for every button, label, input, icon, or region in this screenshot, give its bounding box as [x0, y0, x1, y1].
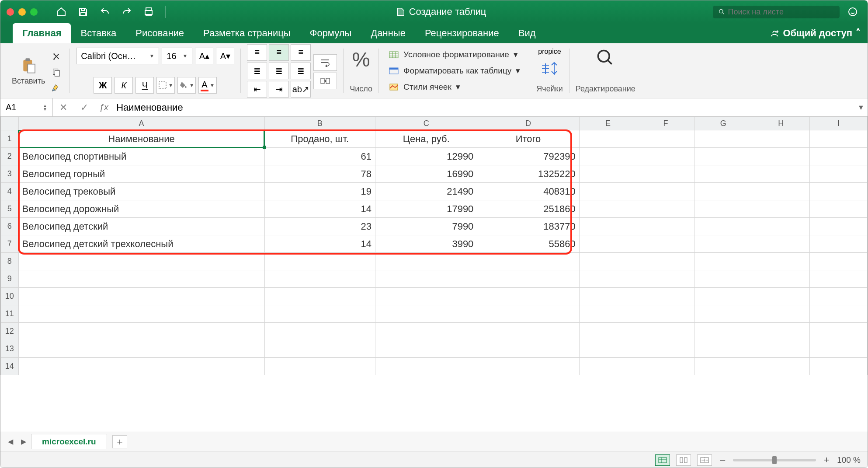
cell[interactable]	[810, 183, 868, 200]
cell[interactable]	[694, 165, 752, 183]
cell[interactable]: 14	[264, 200, 375, 218]
user-smile-icon[interactable]	[844, 3, 861, 21]
row-header[interactable]: 11	[1, 305, 19, 323]
cell[interactable]	[637, 218, 694, 235]
cell[interactable]	[752, 218, 810, 235]
expand-formula-bar-icon[interactable]: ▼	[854, 98, 868, 116]
cell[interactable]	[810, 358, 868, 375]
cell[interactable]: Продано, шт.	[264, 130, 375, 148]
col-header[interactable]: F	[637, 117, 694, 130]
cell[interactable]	[694, 130, 752, 148]
row-header[interactable]: 6	[1, 218, 19, 235]
cell[interactable]	[477, 358, 579, 375]
cell[interactable]	[264, 358, 375, 375]
search-input[interactable]	[728, 7, 834, 17]
paste-button[interactable]: Вставить	[12, 56, 45, 86]
table-row[interactable]: 11	[1, 305, 868, 323]
cell[interactable]	[694, 148, 752, 165]
row-header[interactable]: 5	[1, 200, 19, 218]
cell[interactable]	[637, 165, 694, 183]
cell[interactable]	[752, 148, 810, 165]
copy-icon[interactable]	[49, 66, 63, 78]
cell[interactable]	[637, 235, 694, 253]
minimize-window-button[interactable]	[18, 8, 26, 16]
wrap-text-icon[interactable]	[313, 54, 337, 71]
zoom-out-button[interactable]: –	[718, 454, 727, 466]
cell[interactable]	[752, 130, 810, 148]
align-right-icon[interactable]: ≣	[291, 63, 311, 79]
cell[interactable]	[18, 323, 264, 340]
close-window-button[interactable]	[7, 8, 14, 16]
col-header[interactable]: C	[375, 117, 477, 130]
row-header[interactable]: 4	[1, 183, 19, 200]
cell[interactable]	[264, 270, 375, 288]
sheet-nav-prev-icon[interactable]: ◀	[5, 436, 16, 447]
cell[interactable]	[694, 235, 752, 253]
cell[interactable]	[18, 270, 264, 288]
cell[interactable]	[810, 340, 868, 358]
share-button[interactable]: Общий доступ ˄	[763, 28, 868, 43]
cell[interactable]	[477, 253, 579, 270]
cell[interactable]	[752, 358, 810, 375]
cell[interactable]	[579, 305, 637, 323]
cell[interactable]	[375, 253, 477, 270]
table-row[interactable]: 12	[1, 323, 868, 340]
cell[interactable]: Велосипед детский трехколесный	[18, 235, 264, 253]
cut-icon[interactable]	[49, 50, 63, 63]
row-header[interactable]: 13	[1, 340, 19, 358]
tab-page-layout[interactable]: Разметка страницы	[194, 23, 300, 43]
tab-data[interactable]: Данные	[361, 23, 415, 43]
cell[interactable]	[637, 305, 694, 323]
cell[interactable]: 16990	[375, 165, 477, 183]
align-center-icon[interactable]: ≣	[269, 63, 289, 79]
view-page-break-icon[interactable]	[697, 454, 712, 466]
cell[interactable]: Итого	[477, 130, 579, 148]
view-page-layout-icon[interactable]	[676, 454, 691, 466]
maximize-window-button[interactable]	[30, 8, 38, 16]
format-as-table-button[interactable]: Форматировать как таблицу ▾	[385, 64, 524, 77]
bold-button[interactable]: Ж	[94, 77, 112, 94]
cell[interactable]	[752, 323, 810, 340]
table-row[interactable]: 3Велосипед горный78169901325220	[1, 165, 868, 183]
cell[interactable]	[579, 183, 637, 200]
cell[interactable]: 61	[264, 148, 375, 165]
cell[interactable]	[810, 235, 868, 253]
row-header[interactable]: 1	[1, 130, 19, 148]
increase-indent-icon[interactable]: ⇥	[269, 81, 289, 98]
cell[interactable]	[264, 305, 375, 323]
cell[interactable]	[637, 148, 694, 165]
cell[interactable]: 17990	[375, 200, 477, 218]
cell[interactable]	[694, 253, 752, 270]
cell[interactable]	[637, 340, 694, 358]
cell[interactable]	[752, 340, 810, 358]
fill-color-icon[interactable]: ▼	[177, 77, 196, 94]
cell[interactable]	[477, 340, 579, 358]
cell[interactable]	[579, 200, 637, 218]
cell[interactable]	[637, 288, 694, 305]
cell[interactable]	[375, 270, 477, 288]
cell[interactable]	[477, 270, 579, 288]
table-row[interactable]: 13	[1, 340, 868, 358]
cell[interactable]	[752, 200, 810, 218]
cell[interactable]	[810, 200, 868, 218]
cell[interactable]	[694, 323, 752, 340]
row-header[interactable]: 9	[1, 270, 19, 288]
accept-formula-icon[interactable]: ✓	[74, 98, 95, 116]
col-header[interactable]: G	[694, 117, 752, 130]
cell[interactable]: 408310	[477, 183, 579, 200]
col-header[interactable]: E	[579, 117, 637, 130]
cell[interactable]: 23	[264, 218, 375, 235]
cell[interactable]: 19	[264, 183, 375, 200]
cell[interactable]: 1325220	[477, 165, 579, 183]
table-row[interactable]: 5Велосипед дорожный1417990251860	[1, 200, 868, 218]
cell[interactable]	[810, 165, 868, 183]
cell[interactable]	[810, 130, 868, 148]
underline-button[interactable]: Ч	[135, 77, 154, 94]
cell[interactable]	[694, 183, 752, 200]
zoom-slider[interactable]	[733, 459, 816, 461]
cell[interactable]: 792390	[477, 148, 579, 165]
formula-input[interactable]	[113, 98, 854, 116]
align-bottom-icon[interactable]: ≡	[291, 44, 311, 61]
view-normal-icon[interactable]	[655, 454, 670, 466]
align-left-icon[interactable]: ≣	[247, 63, 267, 79]
